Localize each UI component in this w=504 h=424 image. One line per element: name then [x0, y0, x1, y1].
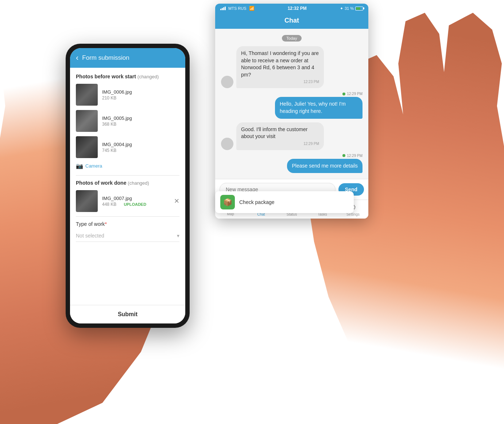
- dropdown-arrow-icon: ▾: [177, 233, 179, 239]
- message-time-meta-4: 12:29 PM: [347, 154, 363, 158]
- chat-screen: MTS RUS 📶 12:32 PM ✦ 31 % Chat Today Hi,: [215, 4, 368, 219]
- form-title: Form submission: [82, 54, 129, 62]
- message-row-1: Hi, Thomas! I wondering if you are able …: [221, 46, 363, 88]
- section-photos-before: Photos before work start (changed): [76, 74, 179, 79]
- chat-header: Chat: [215, 13, 368, 29]
- date-badge: Today: [221, 35, 363, 41]
- camera-button[interactable]: 📷 Camera: [76, 162, 179, 169]
- file-item-2: IMG_0005.jpg 368 KB: [76, 110, 179, 132]
- messages-area: Today Hi, Thomas! I wondering if you are…: [215, 29, 368, 179]
- status-bar: MTS RUS 📶 12:32 PM ✦ 31 %: [215, 4, 368, 13]
- message-row-3: Good. I'll inform the customer about you…: [221, 122, 363, 150]
- camera-label: Camera: [85, 163, 102, 169]
- file-item-3: IMG_0004.jpg 745 KB: [76, 136, 179, 158]
- file-info-2: IMG_0005.jpg 368 KB: [102, 115, 179, 127]
- file-thumb-4: [76, 190, 98, 212]
- section-photos-done: Photos of work done (changed): [76, 180, 179, 186]
- type-of-work-placeholder: Not selected: [76, 233, 104, 239]
- bubble-1: Hi, Thomas! I wondering if you are able …: [236, 46, 324, 88]
- battery-tip: [363, 8, 364, 9]
- file-size-1: 210 KB: [102, 95, 179, 101]
- file-size-3: 745 KB: [102, 148, 179, 153]
- form-content: Photos before work start (changed) IMG_0…: [70, 68, 185, 305]
- file-name-2: IMG_0005.jpg: [102, 115, 179, 121]
- file-uploaded-status: UPLOADED: [124, 202, 146, 207]
- signal-icon: [220, 7, 226, 10]
- file-info-1: IMG_0006.jpg 210 KB: [102, 89, 179, 101]
- bubble-text-2: Hello, Julie! Yes, why not! I'm heading …: [275, 97, 363, 118]
- type-of-work-select[interactable]: Not selected ▾: [76, 230, 179, 242]
- message-row-2: 12:29 PM Hello, Julie! Yes, why not! I'm…: [221, 92, 363, 118]
- phone-screen: ‹ Form submission Photos before work sta…: [70, 48, 185, 323]
- bubble-text-1: Hi, Thomas! I wondering if you are able …: [236, 46, 324, 88]
- status-left: MTS RUS 📶: [220, 6, 255, 11]
- status-right: ✦ 31 %: [340, 6, 363, 11]
- bluetooth-icon: ✦: [340, 6, 343, 11]
- file-size-4: 448 KB: [102, 202, 116, 207]
- file-info-4: IMG_0007.jpg 448 KB UPLOADED: [102, 196, 174, 207]
- file-info-3: IMG_0004.jpg 745 KB: [102, 142, 179, 153]
- bubble-4: 12:29 PM Please send me more details: [287, 154, 363, 173]
- battery-percent: 31 %: [345, 6, 354, 11]
- online-dot-2: [342, 93, 345, 95]
- section-divider: [76, 175, 179, 176]
- status-time: 12:32 PM: [288, 6, 307, 11]
- file-thumb-1: [76, 84, 98, 106]
- camera-icon: 📷: [76, 162, 83, 169]
- file-name-4: IMG_0007.jpg: [102, 196, 174, 201]
- carrier-name: MTS RUS: [228, 6, 247, 11]
- avatar-1: [221, 76, 233, 88]
- online-dot-4: [342, 154, 345, 157]
- battery-fill: [356, 7, 360, 10]
- notification-popup: 📦 Check package: [215, 191, 354, 213]
- bubble-3: Good. I'll inform the customer about you…: [236, 122, 324, 150]
- file-thumb-3: [76, 136, 98, 158]
- file-size-2: 368 KB: [102, 122, 179, 127]
- notification-text: Check package: [239, 199, 275, 205]
- bubble-time-1: 12:23 PM: [241, 79, 319, 85]
- file-name-1: IMG_0006.jpg: [102, 89, 179, 95]
- bubble-2: 12:29 PM Hello, Julie! Yes, why not! I'm…: [275, 92, 363, 118]
- battery-icon: [355, 7, 363, 11]
- section-changed-label: (changed): [137, 74, 159, 79]
- bubble-text-3: Good. I'll inform the customer about you…: [236, 122, 324, 150]
- message-time-meta-2: 12:29 PM: [347, 92, 363, 96]
- file-item-4: IMG_0007.jpg 448 KB UPLOADED ✕: [76, 190, 179, 212]
- file-item-1: IMG_0006.jpg 210 KB: [76, 84, 179, 106]
- submit-button[interactable]: Submit: [70, 305, 185, 323]
- message-row-4: 12:29 PM Please send me more details: [221, 154, 363, 173]
- file-thumb-2: [76, 110, 98, 132]
- file-name-3: IMG_0004.jpg: [102, 142, 179, 147]
- bubble-time-3: 12:29 PM: [241, 141, 319, 146]
- wifi-icon: 📶: [249, 6, 255, 11]
- bubble-text-4: Please send me more details: [287, 159, 363, 173]
- type-of-work-label: Type of work*: [76, 221, 179, 227]
- phone-form-submission: ‹ Form submission Photos before work sta…: [66, 44, 190, 328]
- divider-2: [76, 216, 179, 217]
- chat-title: Chat: [221, 17, 363, 24]
- notification-icon: 📦: [220, 195, 235, 209]
- back-arrow-icon[interactable]: ‹: [76, 53, 78, 63]
- section2-changed-label: (changed): [128, 180, 149, 186]
- form-header: ‹ Form submission: [70, 48, 185, 68]
- file-close-button[interactable]: ✕: [174, 197, 179, 205]
- avatar-3: [221, 138, 233, 150]
